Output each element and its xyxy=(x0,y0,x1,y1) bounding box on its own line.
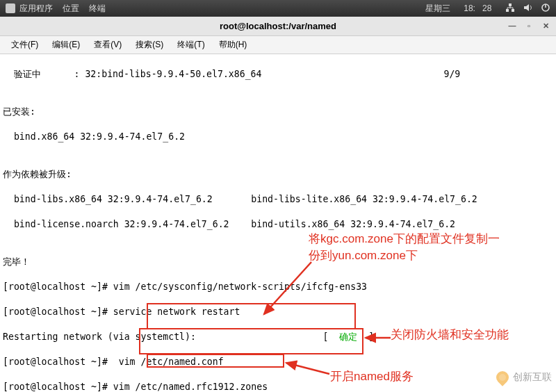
close-button[interactable]: ✕ xyxy=(539,19,552,32)
term-line: [root@localhost ~]# vim /etc/named.rfc19… xyxy=(3,381,553,392)
menu-terminal[interactable]: 终端(T) xyxy=(170,37,211,53)
svg-rect-2 xyxy=(509,3,512,6)
term-line: 已安装: xyxy=(3,106,553,118)
apps-menu-icon[interactable] xyxy=(6,3,15,13)
window-title: root@localhost:/var/named xyxy=(220,21,336,31)
term-line: bind.x86_64 32:9.9.4-74.el7_6.2 xyxy=(3,131,553,143)
term-line: [root@localhost ~]# vim /etc/named.conf xyxy=(3,356,553,368)
term-line: 作为依赖被升级: xyxy=(3,168,553,181)
svg-rect-0 xyxy=(506,9,509,12)
menu-view[interactable]: 查看(V) xyxy=(87,37,129,53)
watermark-text: 创新互联 xyxy=(513,371,552,384)
menu-help[interactable]: 帮助(H) xyxy=(212,37,254,53)
panel-places[interactable]: 位置 xyxy=(63,3,79,15)
panel-clock[interactable]: 星期三 18:28 xyxy=(418,3,491,15)
window-titlebar[interactable]: root@localhost:/var/named — ▫ ✕ xyxy=(0,17,556,36)
term-line: Restarting network (via systemctl): [ 确定… xyxy=(3,331,553,343)
term-line: bind-license.noarch 32:9.9.4-74.el7_6.2 … xyxy=(3,218,553,231)
menu-edit[interactable]: 编辑(E) xyxy=(45,37,87,53)
term-line: [root@localhost ~]# service network rest… xyxy=(3,306,553,318)
term-line: 验证中 : 32:bind-libs-9.9.4-50.el7.x86_64 9… xyxy=(3,68,553,81)
panel-date: 星期三 xyxy=(425,3,450,13)
power-icon[interactable] xyxy=(541,3,550,15)
gnome-panel: 应用程序 位置 终端 星期三 18:28 xyxy=(0,0,556,17)
maximize-button[interactable]: ▫ xyxy=(523,19,535,32)
term-line: bind-libs.x86_64 32:9.9.4-74.el7_6.2 bin… xyxy=(3,193,553,206)
panel-terminal[interactable]: 终端 xyxy=(89,3,106,15)
network-icon[interactable] xyxy=(505,3,515,15)
svg-rect-1 xyxy=(512,9,514,12)
terminal-menubar: 文件(F) 编辑(E) 查看(V) 搜索(S) 终端(T) 帮助(H) xyxy=(0,36,556,54)
watermark: 创新互联 xyxy=(496,371,552,384)
term-line: [root@localhost ~]# vim /etc/sysconfig/n… xyxy=(3,281,553,293)
menu-search[interactable]: 搜索(S) xyxy=(129,37,170,53)
volume-icon[interactable] xyxy=(523,3,533,15)
menu-file[interactable]: 文件(F) xyxy=(4,37,45,53)
minimize-button[interactable]: — xyxy=(506,19,518,32)
watermark-icon xyxy=(493,368,511,386)
term-line: 完毕！ xyxy=(3,256,553,268)
panel-time: 18:28 xyxy=(457,3,491,13)
panel-applications[interactable]: 应用程序 xyxy=(19,3,53,15)
terminal-output[interactable]: 验证中 : 32:bind-libs-9.9.4-50.el7.x86_64 9… xyxy=(0,54,556,392)
